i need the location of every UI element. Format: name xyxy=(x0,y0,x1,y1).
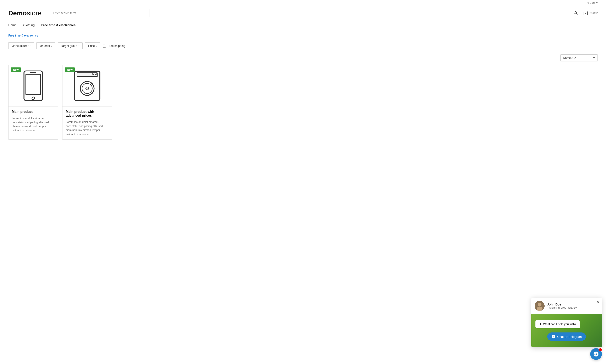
currency-label: € Euro xyxy=(588,1,595,4)
target-group-filter[interactable]: Target group ▾ xyxy=(58,42,83,49)
product-card-1[interactable]: New Main product Lorem ipsum dolor sit a… xyxy=(8,65,58,140)
price-filter-label: Price xyxy=(88,44,95,48)
sort-select[interactable]: Name A-Z Name Z-A Price ascending Price … xyxy=(560,54,598,61)
account-icon-container[interactable] xyxy=(573,11,578,15)
sort-row: Name A-Z Name Z-A Price ascending Price … xyxy=(0,53,606,65)
header-actions: €0.00* xyxy=(573,11,598,15)
logo-light: store xyxy=(27,9,41,17)
nav-item-home[interactable]: Home xyxy=(8,20,17,30)
product-badge-1: New xyxy=(11,67,21,72)
search-button[interactable] xyxy=(143,9,149,17)
breadcrumb-link[interactable]: Free time & electronics xyxy=(8,34,38,37)
nav-item-clothing[interactable]: Clothing xyxy=(23,20,35,30)
manufacturer-chevron-icon: ▾ xyxy=(30,45,31,47)
breadcrumb: Free time & electronics xyxy=(0,30,606,39)
nav-item-free-time[interactable]: Free time & electronics xyxy=(41,20,76,30)
free-shipping-label: Free shipping xyxy=(108,44,125,48)
target-group-filter-label: Target group xyxy=(61,44,77,48)
account-icon xyxy=(573,11,578,15)
svg-point-14 xyxy=(86,87,89,90)
price-filter[interactable]: Price ▾ xyxy=(85,42,100,49)
cart-total: €0.00* xyxy=(589,12,598,15)
currency-selector[interactable]: € Euro ▾ xyxy=(588,1,598,4)
target-group-chevron-icon: ▾ xyxy=(78,45,79,47)
material-filter[interactable]: Material ▾ xyxy=(36,42,55,49)
product-desc-2: Lorem ipsum dolor sit amet, consetetur s… xyxy=(66,120,109,136)
filters-bar: Manufacturer ▾ Material ▾ Target group ▾… xyxy=(0,39,606,53)
material-filter-label: Material xyxy=(39,44,50,48)
top-bar: € Euro ▾ xyxy=(0,0,606,6)
product-info-1: Main product Lorem ipsum dolor sit amet,… xyxy=(9,106,58,136)
svg-point-2 xyxy=(575,12,577,13)
free-shipping-filter[interactable]: Free shipping xyxy=(103,44,125,48)
free-shipping-checkbox[interactable] xyxy=(103,44,106,48)
phone-icon xyxy=(19,69,48,102)
cart-icon-container[interactable]: €0.00* xyxy=(583,11,598,15)
product-badge-2: New xyxy=(65,67,75,72)
price-chevron-icon: ▾ xyxy=(96,45,97,47)
svg-rect-5 xyxy=(26,74,40,95)
main-nav: Home Clothing Free time & electronics xyxy=(0,20,606,30)
currency-arrow: ▾ xyxy=(596,1,598,4)
product-card-2[interactable]: New Main product with advanced prices Lo… xyxy=(62,65,112,140)
search-input[interactable] xyxy=(50,9,143,17)
material-chevron-icon: ▾ xyxy=(51,45,52,47)
product-name-1: Main product xyxy=(12,110,55,114)
manufacturer-filter[interactable]: Manufacturer ▾ xyxy=(8,42,34,49)
product-info-2: Main product with advanced prices Lorem … xyxy=(63,106,112,140)
header: Demostore €0.00* xyxy=(0,6,606,20)
washer-icon xyxy=(73,69,102,102)
search-bar xyxy=(50,9,149,17)
manufacturer-filter-label: Manufacturer xyxy=(12,44,28,48)
logo-bold: Demo xyxy=(8,9,27,17)
logo[interactable]: Demostore xyxy=(8,9,41,17)
product-grid: New Main product Lorem ipsum dolor sit a… xyxy=(0,65,606,148)
cart-icon xyxy=(583,11,588,15)
product-desc-1: Lorem ipsum dolor sit amet, consetetur s… xyxy=(12,116,55,132)
product-name-2: Main product with advanced prices xyxy=(66,110,109,117)
